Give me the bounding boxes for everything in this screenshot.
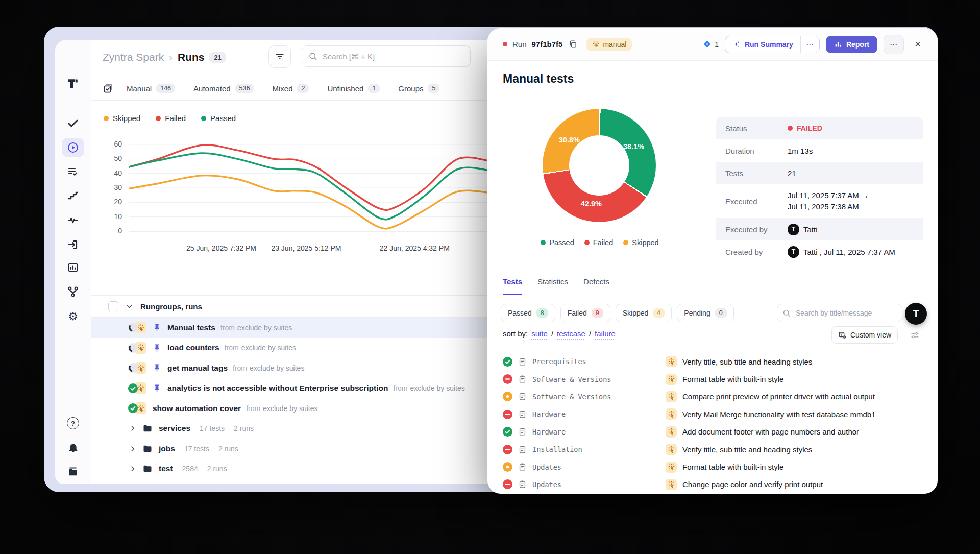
drawer-tab-statistics[interactable]: Statistics [537,274,568,295]
breadcrumb-project[interactable]: Zyntra Spark [103,51,164,63]
sidebar-item-runs[interactable] [55,137,91,158]
test-result-row[interactable]: UpdatesFormat table with built-in style [487,458,938,475]
test-title-cell: Verify title, sub title and heading styl… [659,444,812,455]
sidebar-item-testcases[interactable] [55,161,91,182]
chip-label: Failed [568,309,587,317]
test-suite-name: Prerequisites [532,357,586,366]
table-settings-icon [838,331,846,339]
run-status [128,363,138,373]
run-source-group[interactable]: exclude by suites [250,364,304,372]
user-avatar: T [788,246,799,258]
chevron-down-icon[interactable] [126,303,133,310]
chip-count: 0 [715,308,727,318]
unfinished-status-icon [128,363,138,373]
x-tick-label: 22 Jun, 2025 4:32 PM [380,244,450,252]
sidebar-item-import[interactable] [55,234,91,255]
test-result-row[interactable]: PrerequisitesVerify title, sub title and… [487,353,938,370]
detail-label: Executed [725,197,788,206]
filter-chip-passed[interactable]: Passed8 [501,304,555,322]
run-source-group[interactable]: exclude by suites [263,404,317,413]
tab-manual[interactable]: Manual146 [127,84,175,93]
chat-widget-button[interactable]: T [905,303,927,325]
sidebar-item-projects[interactable] [55,462,91,482]
sort-link-failure[interactable]: failure [595,329,616,338]
test-result-row[interactable]: UpdatesChange page color and verify prin… [487,476,938,493]
more-actions-button[interactable]: ⋯ [884,35,904,54]
copy-run-id-button[interactable] [569,40,577,49]
folder-icon [142,464,153,474]
run-summary-more-button[interactable]: ⋯ [800,36,819,53]
linked-issues[interactable]: 1 [703,40,719,49]
select-runs-button[interactable] [103,83,113,94]
drawer-tab-defects[interactable]: Defects [583,274,609,295]
test-title-cell: Format table with built-in style [659,462,783,473]
filter-chip-failed[interactable]: Failed9 [560,304,610,322]
skipped-status-icon [503,462,512,472]
test-result-row[interactable]: Software & VersionsCompare print preview… [487,388,938,405]
series-passed [129,153,491,220]
tab-mixed[interactable]: Mixed2 [272,84,309,93]
sidebar-item-settings[interactable]: ⚙ [55,306,91,327]
run-status [128,403,138,413]
manual-test-icon [666,408,677,420]
sidebar-item-results[interactable] [55,113,91,133]
donut-slice-label: 42.9% [581,200,602,208]
sort-link-testcase[interactable]: testcase [557,329,585,338]
sidebar-item-steps[interactable] [55,185,91,205]
select-all-checkbox[interactable] [108,301,118,311]
passed-status-icon [128,403,138,413]
y-tick-label: 40 [105,169,122,177]
app-logo[interactable] [55,74,91,94]
run-source: fromexclude by suites [225,344,296,352]
failed-status-icon [503,374,512,384]
test-suite-name: Software & Versions [532,375,611,383]
folder-icon [142,423,153,433]
filter-chip-skipped[interactable]: Skipped4 [616,304,672,322]
test-result-row[interactable]: Software & VersionsFormat table with bui… [487,370,938,388]
tab-unfinished[interactable]: Unfinished1 [327,84,380,93]
search-input[interactable] [322,52,464,61]
report-chart-icon [834,40,842,49]
run-status [128,383,138,393]
sidebar-item-notifications[interactable] [55,437,91,457]
run-summary-button[interactable]: Run Summary [725,36,800,53]
pulse-icon [67,214,79,226]
detail-row-executed-by: Executed byTTatti [716,218,923,240]
sidebar: ⚙ ? ER [55,40,91,484]
manual-test-icon [666,462,677,473]
run-source-group[interactable]: exclude by suites [237,324,292,332]
skipped-legend-dot [623,240,628,245]
run-source-group[interactable]: exclude by suites [410,384,464,392]
filter-button[interactable] [268,45,291,68]
tab-automated[interactable]: Automated536 [193,84,254,93]
sidebar-item-pulse[interactable] [55,210,91,230]
sidebar-item-help[interactable]: ? [55,413,91,433]
drawer-tab-tests[interactable]: Tests [503,274,522,295]
test-result-row[interactable]: HardwareVerify Mail Merge functionality … [487,405,938,423]
chip-label: Pending [684,309,710,317]
view-options-button[interactable] [910,330,920,340]
test-result-row[interactable]: InstallationVerify title, sub title and … [487,441,938,458]
test-result-row[interactable]: HardwareAdd document footer with page nu… [487,423,938,441]
chevron-right-icon [129,445,136,452]
sort-link-suite[interactable]: suite [531,329,548,338]
failed-status-dot [788,126,793,131]
report-button[interactable]: Report [826,36,877,53]
tab-groups[interactable]: Groups5 [398,84,439,93]
folder-runs-count: 2 runs [207,465,227,473]
run-source-group[interactable]: exclude by suites [241,344,296,352]
sidebar-item-analytics[interactable] [55,257,91,278]
detail-label: Tests [725,169,788,178]
steps-icon [67,189,79,201]
filter-chip-pending[interactable]: Pending0 [677,304,733,322]
test-title: Verify Mail Merge functionality with tes… [682,410,876,419]
sort-by-label: sort by: [503,329,528,338]
donut-slice-label: 38.1% [623,142,644,151]
play-circle-icon [67,141,79,154]
pin-icon [153,384,161,393]
custom-view-button[interactable]: Custom view [831,326,898,344]
sidebar-item-branches[interactable] [55,281,91,302]
tests-search-input[interactable] [795,308,897,318]
manual-test-icon [666,426,677,438]
close-drawer-button[interactable]: × [910,37,925,52]
